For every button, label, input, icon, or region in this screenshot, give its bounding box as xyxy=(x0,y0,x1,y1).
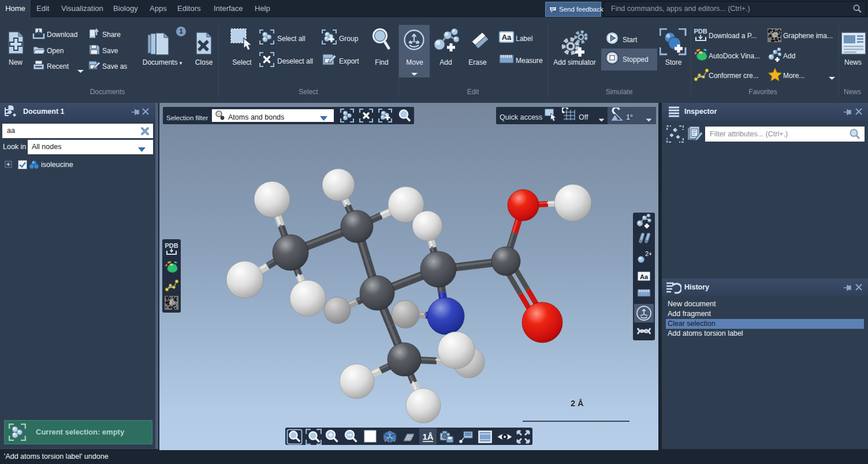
svg-text:PDB: PDB xyxy=(165,242,178,249)
svg-text:1Å: 1Å xyxy=(422,432,433,441)
svg-text:2+: 2+ xyxy=(645,250,651,257)
svg-text:PDB: PDB xyxy=(694,28,707,35)
svg-text:Aa: Aa xyxy=(502,33,512,42)
svg-text:Aa: Aa xyxy=(640,273,649,280)
